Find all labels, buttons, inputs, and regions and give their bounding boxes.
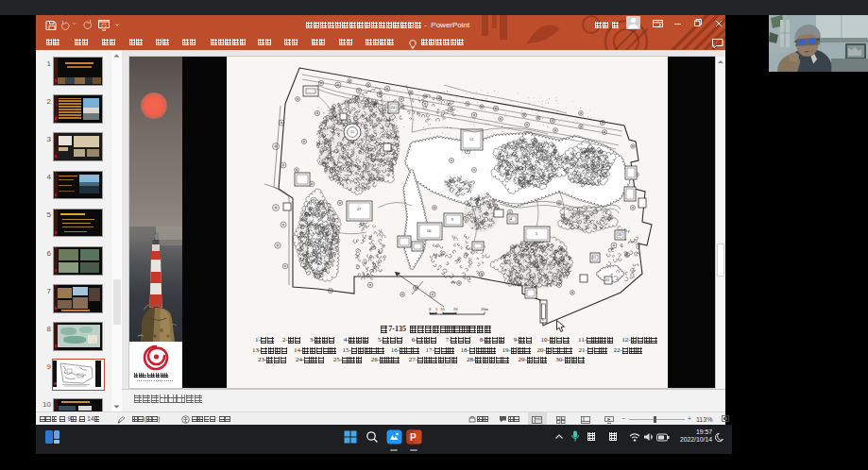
svg-text:23: 23 [605, 277, 610, 282]
svg-text:5: 5 [435, 307, 438, 311]
svg-text:10: 10 [440, 307, 445, 311]
svg-text:P: P [410, 432, 417, 443]
svg-text:13: 13 [469, 137, 474, 142]
svg-text:15: 15 [350, 129, 355, 134]
svg-text:20: 20 [618, 232, 622, 237]
svg-text:21: 21 [592, 255, 597, 260]
svg-text:20: 20 [453, 307, 458, 311]
svg-text:27: 27 [357, 207, 362, 211]
svg-text:24: 24 [391, 105, 396, 109]
svg-text:10: 10 [427, 228, 432, 233]
svg-text:30m: 30m [481, 307, 488, 311]
svg-text:0: 0 [429, 307, 432, 311]
